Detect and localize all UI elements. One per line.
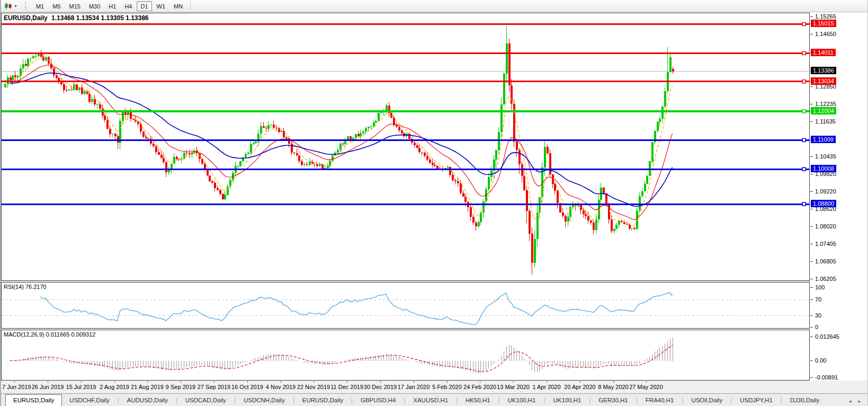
rsi-axis-tick: 70 [815,296,821,303]
axis-tick-mark [810,226,813,227]
timeframe-button-d1[interactable]: D1 [137,1,151,11]
time-axis-label: 4 Nov 2019 [266,384,296,390]
chart-tab-eurusd-daily[interactable]: EURUSD,Daily [5,394,62,406]
price-level-label: 1.08800 [811,200,836,207]
time-axis-tick-mark [281,381,281,383]
time-axis-tick-mark [247,381,248,383]
timeframe-button-h4[interactable]: H4 [121,1,136,11]
time-axis-label: 5 Feb 2020 [432,384,462,390]
timeframe-button-h1[interactable]: H1 [105,1,120,11]
macd-label: MACD(12,26,9) 0.011665 0.009312 [4,331,95,338]
time-axis-tick-mark [580,381,580,383]
time-axis-tick-mark [380,381,381,383]
axis-tick-mark [810,104,813,104]
rsi-canvas[interactable] [2,283,809,328]
chart-tab-usdjpy-h1[interactable]: USDJPY,H1 [732,395,780,406]
chart-tab-hk50-h1[interactable]: HK50,H1 [458,395,498,406]
axis-tick-mark [810,279,813,279]
time-axis-label: 30 Dec 2019 [364,384,397,390]
chart-tab-audusd-daily[interactable]: AUDUSD,Daily [120,395,175,406]
time-axis-tick-mark [613,381,614,383]
time-axis-label: 9 Sep 2019 [166,384,195,390]
chart-tab-uk100-h1[interactable]: UK100,H1 [545,395,588,406]
time-axis-tick-mark [646,381,647,383]
time-axis-tick-mark [414,381,414,383]
timeframe-button-mn[interactable]: MN [170,1,186,11]
chart-tab-xauusd-h1[interactable]: XAUUSD,H1 [406,395,455,406]
dropdown-caret-icon: ▼ [14,4,17,8]
macd-canvas[interactable] [2,330,809,380]
macd-axis-tick: -0.00891 [815,374,838,381]
axis-tick-mark [810,121,813,122]
price-axis-tick: 1.15265 [815,13,836,20]
chart-tab-uk100-h1[interactable]: UK100,H1 [500,395,543,406]
time-axis-tick-mark [81,381,82,383]
timeframe-button-w1[interactable]: W1 [153,1,169,11]
price-level-label: 1.10008 [811,165,836,172]
axis-tick-mark [810,191,813,192]
time-axis-tick-mark [314,381,314,383]
axis-tick-mark [810,156,813,157]
chart-tab-ger30-h1[interactable]: GER30,H1 [591,395,636,406]
chart-tab-eurusd-daily[interactable]: EURUSD,Daily [295,395,351,406]
axis-tick-mark [810,377,813,378]
chart-tab-usdcnh-daily[interactable]: USDCNH,Daily [236,395,292,406]
time-axis-label: 20 Apr 2020 [564,384,595,390]
top-toolbar: ▼ M1M5M15M30H1H4D1W1MN [0,0,868,12]
rsi-axis-tick: 0 [815,323,818,331]
axis-tick-mark [810,261,813,262]
timeframe-button-m5[interactable]: M5 [49,1,64,11]
chart-tab-usdcad-daily[interactable]: USDCAD,Daily [178,395,234,406]
rsi-label: RSI(14) 76.2170 [4,284,47,290]
time-axis-tick-mark [347,381,347,383]
time-axis-tick-mark [214,381,214,383]
axis-tick-mark [810,299,813,300]
chart-tab-usoil-daily[interactable]: USOil,Daily [684,395,730,406]
time-axis-label: 2 Aug 2019 [100,384,129,390]
time-axis-tick-mark [513,381,514,383]
chart-tab-usdchf-daily[interactable]: USDCHF,Daily [62,395,117,406]
timeframe-button-m30[interactable]: M30 [85,1,104,11]
toolbar-grip[interactable] [25,2,28,10]
timeframe-button-m1[interactable]: M1 [32,1,48,11]
chart-type-dropdown-button[interactable]: ▼ [2,1,20,11]
time-axis-label: 15 Jul 2019 [66,384,96,390]
axis-tick-mark [810,360,813,361]
price-axis[interactable]: 1.152651.146501.128501.122351.116351.104… [810,13,868,381]
price-axis-tick: 1.07405 [815,240,836,248]
time-axis-tick-mark [547,381,547,383]
chart-title: EURUSD,Daily 1.13468 1.13534 1.13305 1.1… [4,14,151,22]
rsi-axis-tick: 30 [815,312,821,319]
time-axis-label: 17 Jan 2020 [398,384,430,390]
price-axis-tick: 1.10435 [815,153,836,160]
price-axis-tick: 1.11635 [815,118,836,125]
time-axis-tick-mark [147,381,148,383]
price-axis-tick: 1.08020 [815,223,836,230]
time-axis-tick-mark [447,381,448,383]
axis-tick-mark [810,209,813,209]
chart-tab-bar: EURUSD,DailyUSDCHF,Daily|AUDUSD,Daily|US… [0,393,868,406]
chart-tab-dj30-daily[interactable]: DJ30,Daily [783,395,827,406]
time-axis-label: 26 Jun 2019 [32,384,64,390]
tab-scroll-left-icon[interactable]: ◄ [848,399,852,404]
macd-axis-tick: 0.00 [815,357,826,364]
chart-ohlc-values: 1.13468 1.13534 1.13305 1.13386 [51,14,149,22]
time-axis[interactable]: 7 Jun 201926 Jun 201915 Jul 20192 Aug 20… [1,381,810,393]
time-axis-tick-mark [114,381,115,383]
candlestick-chart-icon [4,2,13,10]
price-axis-tick: 1.14650 [815,30,836,38]
axis-tick-mark [810,315,813,316]
time-axis-label: 27 May 2020 [629,384,663,390]
timeframe-button-m15[interactable]: M15 [66,1,84,11]
tab-scroll-right-icon[interactable]: ► [857,399,862,404]
axis-tick-mark [810,86,813,87]
price-level-label: 1.12004 [811,107,836,114]
axis-tick-mark [810,327,813,328]
price-axis-tick: 1.09220 [815,188,836,195]
main-chart-canvas[interactable] [2,13,809,280]
time-axis-label: 24 Feb 2020 [463,384,496,390]
chart-tab-fra40-h1[interactable]: FRA40,H1 [638,395,682,406]
time-axis-label: 7 Jun 2019 [2,384,31,390]
rsi-axis-tick: 100 [815,284,825,291]
chart-tab-gbpusd-h4[interactable]: GBPUSD,H4 [353,395,403,406]
